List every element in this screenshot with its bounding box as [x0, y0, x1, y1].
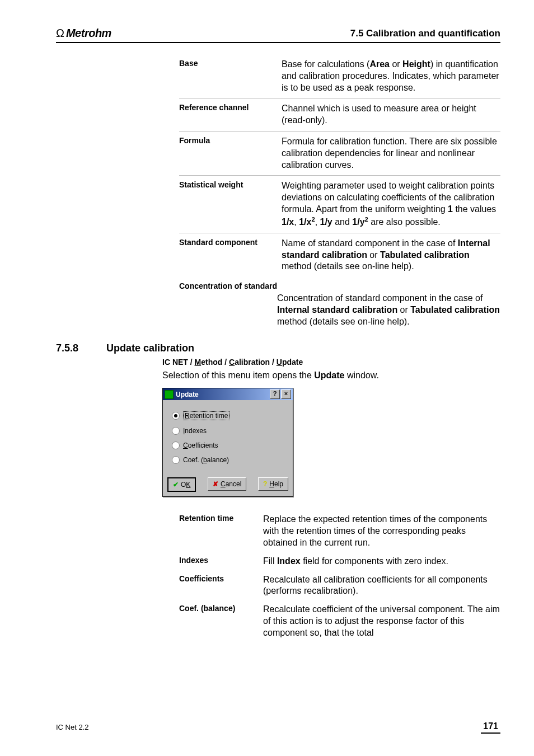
menu-path: IC NET / Method / Calibration / Update [162, 358, 500, 367]
help-button[interactable]: ? Help [258, 477, 288, 491]
header-section-title: 7.5 Calibration and quantification [350, 28, 500, 39]
definition-row: FormulaFormula for calibration function.… [179, 132, 500, 176]
check-icon: ✔ [173, 481, 179, 489]
radio-label: Coef. (balance) [183, 456, 229, 464]
footer-left: IC Net 2.2 [56, 723, 89, 731]
page-number: 171 [481, 720, 500, 734]
section-heading: 7.5.8 Update calibration [56, 342, 500, 354]
radio-indicator [172, 442, 180, 449]
definition-desc: Replace the expected retention times of … [263, 514, 500, 548]
brand-text: Metrohm [66, 27, 111, 40]
section-intro: Selection of this menu item opens the Up… [162, 370, 500, 382]
ok-button[interactable]: ✔ OK [167, 477, 196, 492]
section-number: 7.5.8 [56, 342, 106, 354]
definition-term: Indexes [179, 556, 263, 567]
radio-label: Indexes [183, 427, 207, 435]
page-footer: IC Net 2.2 171 [56, 720, 500, 734]
dialog-footer: ✔ OK ✘ Cancel ? Help [163, 472, 293, 496]
definition-desc: Weighting parameter used to weight calib… [282, 180, 500, 228]
radio-option[interactable]: Indexes [172, 424, 286, 438]
update-dialog: Update ? × Retention timeIndexesCoeffici… [162, 388, 293, 497]
definition-desc: Channel which is used to measure area or… [282, 103, 500, 126]
definition-term: Formula [179, 136, 282, 171]
cancel-button[interactable]: ✘ Cancel [208, 477, 246, 491]
definition-row: Coef. (balance)Recalculate coefficient o… [179, 600, 500, 642]
radio-option[interactable]: Retention time [172, 408, 286, 424]
radio-label: Coefficients [183, 442, 218, 449]
definition-term: Statistical weight [179, 180, 282, 228]
definition-row: BaseBase for calculations (Area or Heigh… [179, 54, 500, 98]
page-header: Ω Metrohm 7.5 Calibration and quantifica… [56, 27, 500, 43]
omega-icon: Ω [56, 27, 64, 40]
radio-indicator [172, 412, 180, 420]
definition-term: Coefficients [179, 574, 263, 598]
definition-desc: Base for calculations (Area or Height) i… [282, 59, 500, 93]
cancel-icon: ✘ [213, 480, 218, 488]
definition-term: Retention time [179, 514, 263, 548]
definition-row: Standard componentName of standard compo… [179, 233, 500, 277]
brand: Ω Metrohm [56, 27, 111, 40]
definition-desc: Recalculate all calibration coefficients… [263, 574, 500, 598]
help-icon: ? [263, 480, 267, 488]
definition-row: IndexesFill Index field for components w… [179, 552, 500, 571]
definition-term: Coef. (balance) [179, 604, 263, 638]
dialog-icon [165, 390, 174, 399]
definition-row: Retention timeReplace the expected reten… [179, 510, 500, 552]
radio-indicator [172, 427, 180, 435]
radio-option[interactable]: Coef. (balance) [172, 453, 286, 467]
definition-term: Base [179, 59, 282, 93]
definition-row: Reference channelChannel which is used t… [179, 98, 500, 132]
dialog-title: Update [176, 391, 199, 398]
definition-desc: Recalculate coefficient of the universal… [263, 604, 500, 638]
definition-row: CoefficientsRecalculate all calibration … [179, 571, 500, 601]
dialog-body: Retention timeIndexesCoefficientsCoef. (… [163, 400, 293, 472]
definition-list-2: Retention timeReplace the expected reten… [179, 510, 500, 642]
radio-label: Retention time [183, 411, 229, 420]
definition-list-1: BaseBase for calculations (Area or Heigh… [179, 54, 500, 332]
definition-desc: Name of standard component in the case o… [282, 238, 500, 273]
help-sys-button[interactable]: ? [270, 389, 280, 399]
definition-desc: Concentration of standard component in t… [179, 293, 500, 327]
definition-row: Concentration of standardConcentration o… [179, 277, 500, 332]
definition-term: Standard component [179, 238, 282, 273]
definition-desc: Formula for calibration function. There … [282, 136, 500, 171]
definition-term: Concentration of standard [179, 281, 500, 293]
definition-row: Statistical weightWeighting parameter us… [179, 176, 500, 233]
dialog-titlebar: Update ? × [163, 388, 293, 400]
section-title: Update calibration [106, 342, 194, 354]
close-sys-button[interactable]: × [281, 389, 291, 399]
definition-term: Reference channel [179, 103, 282, 126]
radio-indicator [172, 456, 180, 464]
radio-option[interactable]: Coefficients [172, 438, 286, 453]
definition-desc: Fill Index field for components with zer… [263, 556, 500, 567]
